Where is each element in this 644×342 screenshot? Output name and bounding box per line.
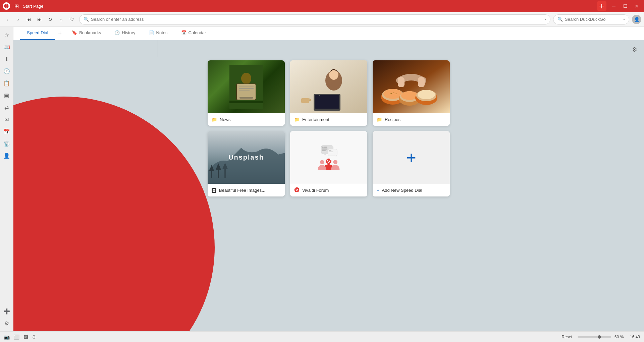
add-new-card-image: + bbox=[373, 131, 450, 184]
bookmarks-sidebar-icon[interactable]: ☆ bbox=[1, 30, 12, 40]
shield-icon[interactable]: 🛡 bbox=[67, 15, 76, 24]
search-bar-icon: 🔍 bbox=[557, 17, 563, 22]
time-display: 16:43 bbox=[630, 335, 640, 339]
translate-sidebar-icon[interactable]: ⇄ bbox=[1, 102, 12, 113]
news-image-bg bbox=[208, 60, 285, 113]
tab-add-button[interactable]: + bbox=[55, 26, 65, 40]
unsplash-icon bbox=[212, 188, 216, 193]
zoom-level: 60 % bbox=[614, 335, 627, 339]
sidebar-settings-icon[interactable]: ⚙ bbox=[1, 318, 12, 329]
forward-button[interactable]: › bbox=[13, 15, 23, 24]
notes-sidebar-icon[interactable]: 📋 bbox=[1, 78, 12, 89]
search-icon: 🔍 bbox=[84, 17, 89, 22]
add-new-card-label: + Add New Speed Dial bbox=[373, 184, 450, 196]
tab-speed-dial[interactable]: Speed Dial bbox=[20, 26, 55, 40]
address-input-wrap[interactable]: 🔍 ▾ bbox=[79, 14, 550, 24]
notes-tab-label: Notes bbox=[156, 30, 168, 35]
svg-rect-39 bbox=[213, 189, 215, 190]
address-input[interactable] bbox=[91, 17, 542, 22]
calendar-sidebar-icon[interactable]: 📅 bbox=[1, 126, 12, 137]
svg-rect-16 bbox=[319, 95, 320, 96]
speed-dial-entertainment[interactable]: 📁 Entertainment bbox=[290, 60, 367, 126]
svg-rect-45 bbox=[322, 150, 326, 151]
svg-rect-9 bbox=[239, 97, 253, 99]
news-folder-icon: 📁 bbox=[212, 117, 217, 122]
status-image-icon[interactable]: 🖼 bbox=[23, 334, 28, 340]
apps-grid-icon[interactable]: ⊞ bbox=[13, 2, 20, 10]
tab-history[interactable]: 🕐 History bbox=[108, 26, 142, 40]
status-window-icon[interactable]: ⬜ bbox=[14, 334, 19, 340]
recipes-image-bg bbox=[373, 60, 450, 113]
search-bar[interactable]: 🔍 ▾ bbox=[553, 14, 629, 24]
zoom-slider-thumb[interactable] bbox=[598, 335, 601, 339]
speed-dial-news[interactable]: 📁 News bbox=[208, 60, 285, 126]
tab-notes[interactable]: 📄 Notes bbox=[142, 26, 174, 40]
speed-dial-unsplash[interactable]: Unsplash Beautiful Free Images... bbox=[208, 131, 285, 196]
search-dropdown-arrow[interactable]: ▾ bbox=[623, 17, 625, 21]
svg-point-53 bbox=[333, 160, 338, 164]
svg-rect-18 bbox=[301, 98, 309, 103]
news-image-svg bbox=[229, 65, 263, 109]
maximize-button[interactable]: ☐ bbox=[621, 1, 630, 11]
unsplash-card-image: Unsplash bbox=[208, 131, 285, 184]
svg-rect-36 bbox=[218, 169, 219, 178]
home-button[interactable]: ⌂ bbox=[56, 15, 66, 24]
status-camera-icon[interactable]: 📷 bbox=[4, 334, 10, 340]
status-bar: 📷 ⬜ 🖼 ⟨⟩ Reset 60 % 16:43 bbox=[0, 331, 644, 342]
zoom-reset-button[interactable]: Reset bbox=[560, 334, 574, 340]
reader-sidebar-icon[interactable]: 📖 bbox=[1, 42, 12, 52]
reload-button[interactable]: ↻ bbox=[46, 15, 55, 24]
recipes-folder-icon: 📁 bbox=[377, 117, 382, 122]
search-input[interactable] bbox=[565, 17, 621, 22]
feed-sidebar-icon[interactable]: 📡 bbox=[1, 138, 12, 149]
tab-bookmarks[interactable]: 🔖 Bookmarks bbox=[65, 26, 108, 40]
address-bar: ‹ › ⏮ ⏭ ↻ ⌂ 🛡 🔍 ▾ 🔍 ▾ 👤 bbox=[0, 12, 644, 27]
speed-dial-row-2: Unsplash Beautiful Free Images... bbox=[208, 131, 450, 196]
bookmarks-tab-label: Bookmarks bbox=[79, 30, 101, 35]
add-panel-sidebar-icon[interactable]: ➕ bbox=[1, 306, 12, 317]
svg-rect-15 bbox=[315, 95, 339, 109]
tab-calendar[interactable]: 📅 Calendar bbox=[174, 26, 213, 40]
news-card-image bbox=[208, 60, 285, 113]
svg-point-1 bbox=[6, 5, 7, 7]
speed-dial-recipes[interactable]: 📁 Recipes bbox=[373, 60, 450, 126]
svg-marker-50 bbox=[335, 156, 337, 157]
minimize-button[interactable]: ─ bbox=[609, 1, 619, 11]
window-title: Start Page bbox=[23, 4, 594, 9]
mail-sidebar-icon[interactable]: ✉ bbox=[1, 114, 12, 125]
close-button[interactable]: ✕ bbox=[632, 1, 641, 11]
status-code-icon[interactable]: ⟨⟩ bbox=[32, 334, 36, 340]
entertainment-image-svg bbox=[290, 60, 367, 113]
speed-dial-vivaldi-forum[interactable]: Vivaldi Forum bbox=[290, 131, 367, 196]
speed-dial-add-new[interactable]: + + Add New Speed Dial bbox=[373, 131, 450, 196]
skip-back-button[interactable]: ⏮ bbox=[24, 15, 34, 24]
svg-rect-40 bbox=[213, 190, 215, 192]
contacts-sidebar-icon[interactable]: 👤 bbox=[1, 150, 12, 161]
svg-text:Unsplash: Unsplash bbox=[228, 154, 264, 161]
speed-dial-tab-label: Speed Dial bbox=[27, 30, 48, 35]
history-tab-label: History bbox=[122, 30, 135, 35]
downloads-sidebar-icon[interactable]: ⬇ bbox=[1, 54, 12, 64]
svg-rect-44 bbox=[322, 149, 327, 150]
panels-sidebar-icon[interactable]: ▣ bbox=[1, 90, 12, 101]
bookmarks-icon: 🔖 bbox=[72, 30, 77, 35]
address-dropdown-arrow[interactable]: ▾ bbox=[544, 17, 546, 21]
skip-forward-button[interactable]: ⏭ bbox=[35, 15, 44, 24]
status-left: 📷 ⬜ 🖼 ⟨⟩ bbox=[4, 334, 36, 340]
add-new-label-text: Add New Speed Dial bbox=[382, 188, 422, 193]
history-sidebar-icon[interactable]: 🕐 bbox=[1, 66, 12, 76]
window-controls: ─ ☐ ✕ bbox=[609, 1, 641, 11]
speed-dial-row-1: 📁 News bbox=[208, 60, 450, 126]
zoom-slider[interactable] bbox=[578, 336, 611, 338]
unsplash-image-bg: Unsplash bbox=[208, 131, 285, 184]
vivaldi-forum-card-image bbox=[290, 131, 367, 184]
entertainment-card-label: 📁 Entertainment bbox=[290, 113, 367, 126]
svg-rect-33 bbox=[418, 77, 425, 87]
vivaldi-forum-image-bg bbox=[290, 131, 367, 184]
new-tab-button[interactable] bbox=[597, 1, 606, 11]
back-button[interactable]: ‹ bbox=[3, 15, 12, 24]
calendar-tab-label: Calendar bbox=[189, 30, 206, 35]
svg-rect-32 bbox=[398, 77, 405, 87]
profile-button[interactable]: 👤 bbox=[632, 15, 641, 24]
news-card-label: 📁 News bbox=[208, 113, 285, 126]
